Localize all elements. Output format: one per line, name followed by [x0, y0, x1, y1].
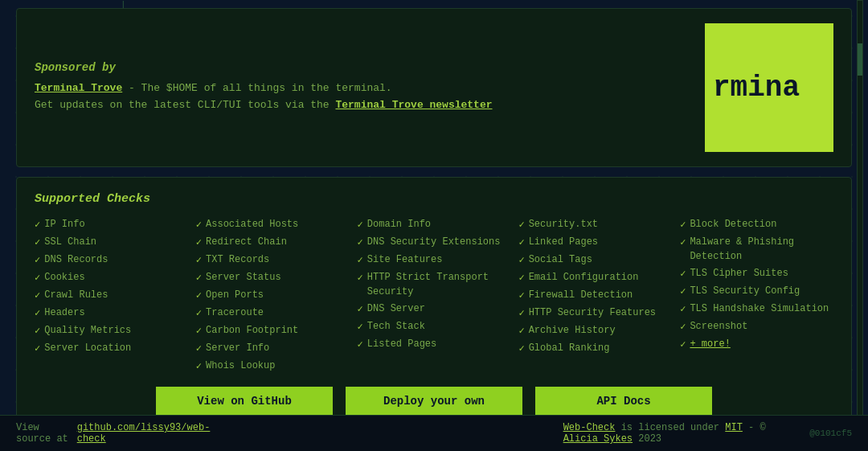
check-item: ✓Server Info	[196, 341, 350, 356]
check-label: TXT Records	[206, 252, 269, 267]
check-label: HTTP Strict Transport Security	[367, 270, 511, 299]
check-item: ✓Tech Stack	[358, 319, 511, 334]
check-label: Open Ports	[206, 288, 264, 302]
checkmark-icon: ✓	[358, 302, 363, 317]
check-label: Email Configuration	[529, 270, 639, 285]
check-item: ✓Linked Pages	[518, 235, 672, 250]
supported-checks-section: Supported Checks ✓IP Info✓SSL Chain✓DNS …	[16, 177, 852, 431]
check-label: Screenshot	[690, 319, 747, 334]
footer: View source at github.com/lissy93/web-ch…	[0, 415, 868, 451]
more-link-item[interactable]: ✓+ more!	[680, 337, 833, 352]
check-item: ✓HTTP Strict Transport Security	[358, 270, 511, 299]
check-item: ✓Block Detection	[680, 217, 833, 232]
sponsored-text: Terminal Trove - The $HOME of all things…	[35, 80, 689, 114]
checkmark-icon: ✓	[518, 342, 524, 356]
footer-username: @0101cf5	[809, 428, 852, 438]
check-item: ✓Carbon Footprint	[196, 323, 350, 338]
check-label: DNS Security Extensions	[367, 235, 501, 249]
footer-separator	[210, 428, 563, 439]
checkmark-icon: ✓	[680, 320, 686, 334]
checkmark-icon: ✓	[518, 271, 524, 285]
mit-link[interactable]: MIT	[725, 422, 743, 433]
checkmark-icon: ✓	[35, 324, 40, 338]
checkmark-icon: ✓	[680, 338, 686, 352]
checkmark-icon: ✓	[680, 285, 686, 299]
check-label: Carbon Footprint	[206, 323, 298, 338]
api-docs-button[interactable]: API Docs	[535, 387, 712, 416]
checkmark-icon: ✓	[35, 236, 40, 250]
check-item: ✓SSL Chain	[35, 235, 188, 250]
check-item: ✓Archive History	[518, 323, 672, 338]
checks-column-5: ✓Block Detection✓Malware & Phishing Dete…	[680, 217, 833, 374]
checkmark-icon: ✓	[196, 253, 202, 268]
checkmark-icon: ✓	[358, 338, 363, 352]
check-label: Domain Info	[367, 217, 431, 232]
checkmark-icon: ✓	[196, 236, 202, 250]
check-item: ✓TXT Records	[196, 252, 350, 268]
checkmark-icon: ✓	[680, 218, 686, 232]
check-item: ✓Site Features	[358, 252, 511, 268]
checkmark-icon: ✓	[358, 271, 363, 285]
checkmark-icon: ✓	[358, 236, 363, 250]
footer-prefix: View source at	[16, 422, 77, 445]
check-item: ✓Cookies	[35, 270, 188, 285]
check-item: ✓Traceroute	[196, 305, 350, 321]
checkmark-icon: ✓	[196, 359, 202, 374]
author-link[interactable]: Alicia Sykes	[563, 433, 633, 445]
checkmark-icon: ✓	[680, 302, 686, 317]
checkmark-icon: ✓	[196, 342, 202, 356]
github-source-link[interactable]: github.com/lissy93/web-check	[77, 422, 211, 445]
check-label: DNS Server	[367, 301, 425, 316]
check-item: ✓Email Configuration	[518, 270, 672, 285]
checkmark-icon: ✓	[518, 324, 524, 338]
check-label: Archive History	[529, 323, 616, 338]
check-item: ✓Associated Hosts	[196, 217, 350, 232]
checkmark-icon: ✓	[518, 236, 524, 250]
check-label: Linked Pages	[529, 235, 598, 249]
check-item: ✓DNS Records	[35, 252, 188, 268]
footer-year: 2023	[638, 433, 661, 445]
check-item: ✓TLS Cipher Suites	[680, 266, 833, 281]
check-label: IP Info	[44, 217, 84, 232]
deploy-button[interactable]: Deploy your own	[346, 387, 522, 416]
checks-column-4: ✓Security.txt✓Linked Pages✓Social Tags✓E…	[518, 217, 672, 374]
check-label: Crawl Rules	[44, 288, 108, 302]
footer-copy: - ©	[748, 422, 766, 433]
sponsored-label: Sponsored by	[35, 61, 689, 74]
check-item: ✓Listed Pages	[358, 337, 511, 352]
checkmark-icon: ✓	[196, 324, 202, 338]
checkmark-icon: ✓	[35, 253, 40, 268]
checkmark-icon: ✓	[518, 253, 524, 268]
scrollbar[interactable]	[857, 0, 863, 427]
check-label: SSL Chain	[44, 235, 96, 249]
checkmark-icon: ✓	[196, 218, 202, 232]
check-item: ✓HTTP Security Features	[518, 305, 672, 321]
check-label: Malware & Phishing Detection	[690, 235, 833, 264]
terminal-trove-link[interactable]: Terminal Trove	[35, 82, 122, 94]
check-item: ✓IP Info	[35, 217, 188, 232]
check-label: Server Status	[206, 270, 281, 285]
sponsored-content: Sponsored by Terminal Trove - The $HOME …	[35, 61, 689, 114]
check-item: ✓TLS Security Config	[680, 284, 833, 299]
check-item: ✓Whois Lookup	[196, 359, 350, 374]
terminal-trove-logo: rmina	[705, 23, 833, 152]
footer-licensed: is licensed under	[621, 422, 726, 433]
check-label: DNS Records	[44, 252, 108, 267]
check-label: Redirect Chain	[206, 235, 287, 249]
action-buttons-row: View on GitHub Deploy your own API Docs	[35, 387, 833, 416]
checkmark-icon: ✓	[518, 218, 524, 232]
check-label: Block Detection	[690, 217, 776, 232]
github-button[interactable]: View on GitHub	[156, 387, 333, 416]
check-item: ✓Security.txt	[518, 217, 672, 232]
newsletter-link[interactable]: Terminal Trove newsletter	[335, 99, 492, 111]
check-item: ✓Screenshot	[680, 319, 833, 334]
more-link[interactable]: + more!	[690, 337, 730, 351]
check-item: ✓Open Ports	[196, 288, 350, 303]
check-item: ✓Crawl Rules	[35, 288, 188, 303]
check-label: Firewall Detection	[529, 288, 633, 302]
checkmark-icon: ✓	[358, 253, 363, 268]
checkmark-icon: ✓	[518, 306, 524, 321]
webcheck-link[interactable]: Web-Check	[563, 422, 616, 433]
check-label: Site Features	[367, 252, 443, 267]
check-label: Traceroute	[206, 305, 264, 320]
